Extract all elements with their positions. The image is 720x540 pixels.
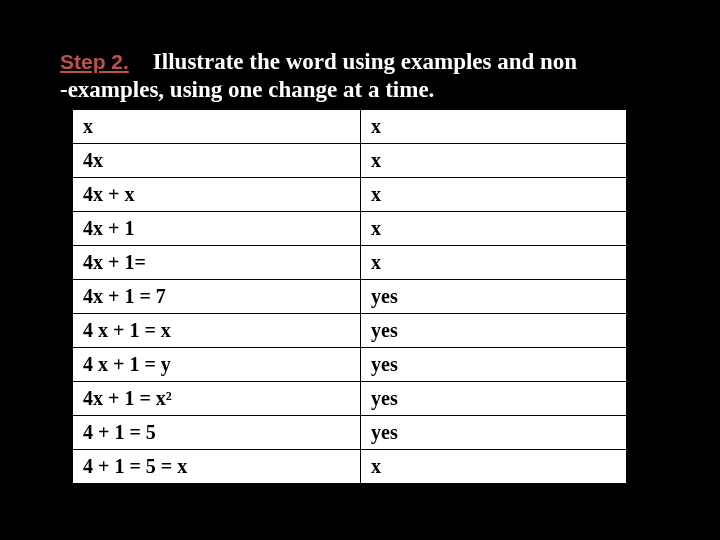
expr-cell: 4x (73, 144, 361, 178)
result-cell: x (361, 110, 627, 144)
expr-cell: 4x + 1 = x² (73, 382, 361, 416)
expr-cell: 4x + 1 (73, 212, 361, 246)
table-row: 4x + 1 = 7 yes (73, 280, 627, 314)
table-row: 4 x + 1 = y yes (73, 348, 627, 382)
expr-cell: 4 x + 1 = x (73, 314, 361, 348)
table-row: 4x + 1 = x² yes (73, 382, 627, 416)
table-row: x x (73, 110, 627, 144)
table-row: 4 + 1 = 5 yes (73, 416, 627, 450)
table-row: 4x + 1= x (73, 246, 627, 280)
result-cell: x (361, 212, 627, 246)
result-cell: yes (361, 314, 627, 348)
step-label: Step 2. (60, 50, 129, 73)
table-row: 4x + x x (73, 178, 627, 212)
heading-line2: -examples, using one change at a time. (60, 77, 434, 102)
expr-cell: 4 x + 1 = y (73, 348, 361, 382)
result-cell: x (361, 450, 627, 484)
expr-cell: x (73, 110, 361, 144)
result-cell: x (361, 246, 627, 280)
expr-cell: 4 + 1 = 5 = x (73, 450, 361, 484)
result-cell: yes (361, 348, 627, 382)
result-cell: x (361, 178, 627, 212)
examples-table: x x 4x x 4x + x x 4x + 1 x 4x + 1= x 4x … (72, 109, 627, 484)
table-row: 4x + 1 x (73, 212, 627, 246)
expr-cell: 4 + 1 = 5 (73, 416, 361, 450)
table-row: 4x x (73, 144, 627, 178)
result-cell: yes (361, 416, 627, 450)
expr-cell: 4x + 1= (73, 246, 361, 280)
result-cell: yes (361, 280, 627, 314)
result-cell: x (361, 144, 627, 178)
step-heading: Step 2.Illustrate the word using example… (60, 48, 660, 103)
expr-cell: 4x + 1 = 7 (73, 280, 361, 314)
table-row: 4 + 1 = 5 = x x (73, 450, 627, 484)
expr-cell: 4x + x (73, 178, 361, 212)
heading-line1: Illustrate the word using examples and n… (153, 49, 577, 74)
result-cell: yes (361, 382, 627, 416)
table-row: 4 x + 1 = x yes (73, 314, 627, 348)
